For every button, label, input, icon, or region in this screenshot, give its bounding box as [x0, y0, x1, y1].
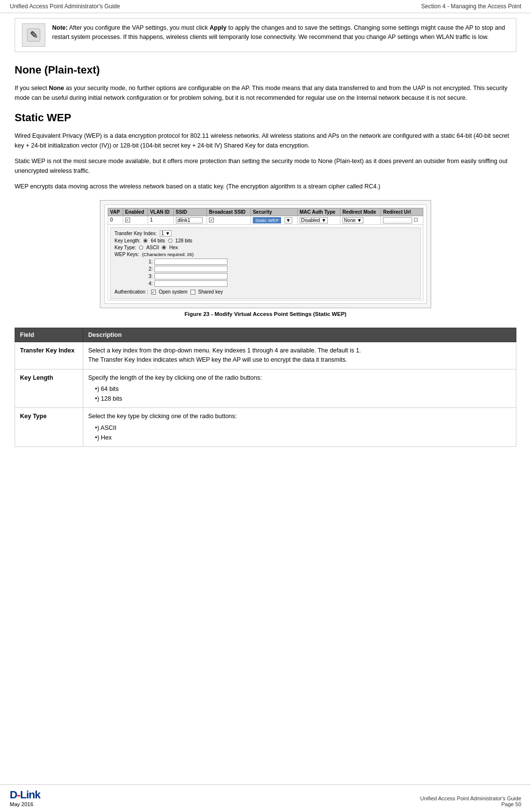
- col-ssid: SSID: [173, 208, 207, 216]
- wep-key-inputs: 1: 2: 3:: [114, 258, 417, 287]
- note-label: Note:: [52, 24, 68, 31]
- label-ascii: ASCII: [146, 245, 159, 250]
- key2-label: 2:: [149, 266, 152, 272]
- footer-right: Unified Access Point Administrator's Gui…: [420, 795, 521, 807]
- transfer-key-row: Transfer Key Index: 1 ▼: [114, 230, 417, 237]
- key4-label: 4:: [149, 281, 152, 286]
- sub-options-row: Transfer Key Index: 1 ▼ Key Length: 64 b…: [108, 225, 423, 300]
- wep-keys-row: WEP Keys: (Characters required: 26): [114, 252, 417, 257]
- key-length-label: Key Length:: [114, 238, 140, 243]
- static-wep-p2: Static WEP is not the most secure mode a…: [15, 156, 516, 176]
- static-wep-p1: Wired Equivalent Privacy (WEP) is a data…: [15, 131, 516, 150]
- desc-transfer-key: Select a key index from the drop-down me…: [83, 342, 516, 369]
- figure-caption: Figure 23 - Modify Virtual Access Point …: [185, 311, 346, 317]
- table-row: Transfer Key Index Select a key index fr…: [15, 342, 516, 369]
- bullet-ascii: ASCII: [95, 423, 511, 433]
- auth-row: Authentication : Open system Shared key: [114, 289, 417, 295]
- col-vap: VAP: [108, 208, 123, 216]
- footer-doc-title: Unified Access Point Administrator's Gui…: [420, 795, 521, 801]
- header-right: Section 4 - Managing the Access Point: [421, 3, 521, 10]
- dlink-link: Link: [20, 789, 40, 801]
- screenshot-inner: VAP Enabled VLAN ID SSID Broadcast SSID …: [104, 204, 427, 304]
- radio-hex[interactable]: [162, 245, 166, 250]
- cell-enabled: [123, 216, 148, 225]
- table-row: Key Type Select the key type by clicking…: [15, 408, 516, 446]
- label-hex: Hex: [169, 245, 178, 250]
- desc-key-type: Select the key type by clicking one of t…: [83, 408, 516, 446]
- bullet-64bits: 64 bits: [95, 384, 511, 394]
- auth-open-label: Open system: [159, 289, 188, 295]
- logo-line: D-Link: [10, 789, 40, 801]
- table-row: Key Length Specify the length of the key…: [15, 369, 516, 407]
- key3-row: 3:: [149, 273, 417, 279]
- dlink-logo: D-Link: [10, 789, 40, 801]
- field-transfer-key: Transfer Key Index: [15, 342, 83, 369]
- enabled-checkbox[interactable]: [125, 218, 130, 222]
- cell-vlan: 1: [148, 216, 173, 225]
- footer-date: May 2016: [10, 801, 33, 807]
- cell-bcast: [207, 216, 251, 225]
- key-type-row: Key Type: ASCII Hex: [114, 245, 417, 250]
- security-select[interactable]: ▼: [284, 217, 292, 223]
- transfer-key-select[interactable]: 1 ▼: [160, 230, 171, 237]
- transfer-key-label: Transfer Key Index:: [114, 231, 157, 236]
- note-icon: ✎: [22, 23, 45, 47]
- mac-select[interactable]: Disabled ▼: [300, 217, 328, 223]
- auth-shared-label: Shared key: [198, 289, 223, 295]
- section-none: None (Plain-text) If you select None as …: [15, 64, 516, 103]
- url-input[interactable]: [383, 217, 412, 223]
- heading-static-wep: Static WEP: [15, 111, 516, 124]
- svg-text:✎: ✎: [30, 30, 38, 40]
- description-table: Field Description Transfer Key Index Sel…: [15, 328, 516, 447]
- bcast-checkbox[interactable]: [209, 218, 214, 222]
- note-text: Note: After you configure the VAP settin…: [52, 23, 509, 42]
- col-enabled: Enabled: [123, 208, 148, 216]
- bullet-128bits: 128 bits: [95, 394, 511, 404]
- cell-url: ☐: [381, 216, 423, 225]
- security-badge: Static WEP: [253, 217, 281, 223]
- cell-redirect: None ▼: [341, 216, 381, 225]
- page-header: Unified Access Point Administrator's Gui…: [0, 0, 531, 13]
- col-url: Redirect Url: [381, 208, 423, 216]
- key4-row: 4:: [149, 280, 417, 287]
- ssid-input[interactable]: dlink1: [176, 217, 203, 223]
- security-options-panel: Transfer Key Index: 1 ▼ Key Length: 64 b…: [110, 227, 421, 299]
- key-type-label: Key Type:: [114, 245, 136, 250]
- col-field: Field: [15, 328, 83, 342]
- key1-input[interactable]: [154, 258, 228, 265]
- static-wep-p3: WEP encrypts data moving across the wire…: [15, 182, 516, 191]
- radio-ascii[interactable]: [139, 245, 143, 250]
- auth-shared-checkbox[interactable]: [190, 290, 195, 295]
- cell-vap: 0: [108, 216, 123, 225]
- main-content: ✎ Note: After you configure the VAP sett…: [0, 13, 531, 486]
- sub-options-cell: Transfer Key Index: 1 ▼ Key Length: 64 b…: [108, 225, 423, 300]
- auth-open-checkbox[interactable]: [151, 290, 156, 295]
- label-64bits: 64 bits: [151, 238, 165, 243]
- key-length-row: Key Length: 64 bits 128 bits: [114, 238, 417, 243]
- col-mac: MAC Auth Type: [297, 208, 340, 216]
- radio-64bits[interactable]: [143, 239, 148, 243]
- screenshot-box: VAP Enabled VLAN ID SSID Broadcast SSID …: [100, 200, 431, 308]
- radio-128bits[interactable]: [168, 239, 172, 243]
- redirect-select[interactable]: None ▼: [342, 217, 363, 223]
- key3-input[interactable]: [154, 273, 228, 279]
- label-128bits: 128 bits: [175, 238, 192, 243]
- url-icon: ☐: [414, 217, 418, 222]
- key4-input[interactable]: [154, 280, 228, 287]
- key-type-bullets: ASCII Hex: [88, 423, 511, 443]
- wep-keys-label: WEP Keys:: [114, 252, 139, 257]
- col-description: Description: [83, 328, 516, 342]
- key2-input[interactable]: [154, 266, 228, 272]
- key3-label: 3:: [149, 274, 152, 279]
- screenshot-container: VAP Enabled VLAN ID SSID Broadcast SSID …: [15, 200, 516, 323]
- page-footer: D-Link May 2016 Unified Access Point Adm…: [0, 784, 531, 812]
- bullet-hex: Hex: [95, 433, 511, 443]
- section-static-wep: Static WEP Wired Equivalent Privacy (WEP…: [15, 111, 516, 191]
- key2-row: 2:: [149, 266, 417, 272]
- chars-required: (Characters required: 26): [142, 252, 193, 257]
- auth-label: Authentication :: [114, 289, 148, 295]
- col-bcast: Broadcast SSID: [207, 208, 251, 216]
- footer-left: D-Link May 2016: [10, 789, 40, 807]
- col-security: Security: [250, 208, 297, 216]
- field-key-type: Key Type: [15, 408, 83, 446]
